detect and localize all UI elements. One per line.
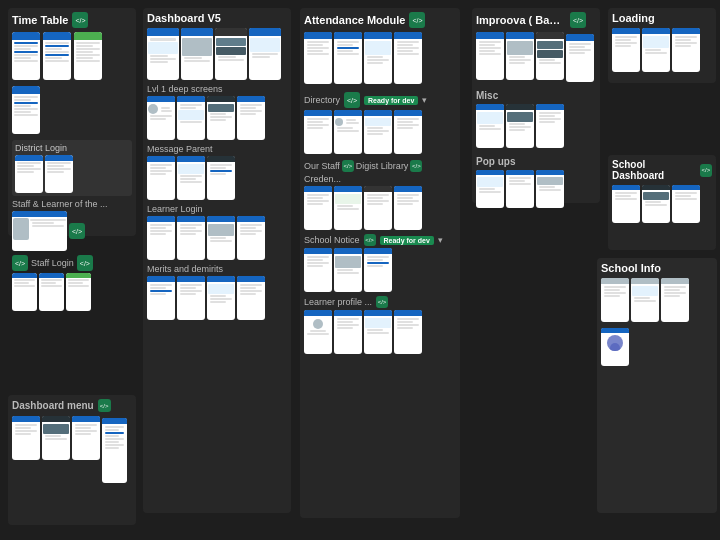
- dashv5-screen-2: [181, 28, 213, 80]
- loading-screen-3: [672, 28, 700, 72]
- lvl1-screen-1: [147, 96, 175, 140]
- timetable-screen-4: [12, 86, 40, 134]
- school-notice-label: School Notice: [304, 235, 360, 245]
- loading-group: Loading: [608, 8, 716, 83]
- dashboard-v5-label: Dashboard V5: [147, 12, 221, 24]
- attendance-code-badge: </>: [409, 12, 425, 28]
- learner-screen-2: [177, 216, 205, 260]
- attendance-screen-2: [334, 32, 362, 84]
- merits-label: Merits and demirits: [147, 264, 287, 274]
- school-dash-screen-2: [642, 185, 670, 223]
- school-dash-screen-3: [672, 185, 700, 223]
- staff-learner-code-badge: </>: [69, 223, 85, 239]
- school-info-screen-4: [601, 328, 629, 366]
- dashboard-menu-label: Dashboard menu: [12, 400, 94, 411]
- misc-screen-3: [536, 104, 564, 148]
- loading-screen-2: [642, 28, 670, 72]
- school-dashboard-label: School Dashboard: [612, 159, 696, 181]
- notice-screen-2: [334, 248, 362, 292]
- improova-code-badge: </>: [570, 12, 586, 28]
- staff-screen-a: [304, 186, 332, 230]
- staff-learner-screen: [12, 211, 67, 251]
- improova-group: Improova ( Bassam ... </>: [472, 8, 600, 203]
- staff-login-screen-2: [39, 273, 64, 311]
- staff-login-code-badge-left: </>: [12, 255, 28, 271]
- dir-screen-3: [364, 110, 392, 154]
- improova-screen-3: [536, 32, 564, 80]
- creden-label: Creden...: [304, 174, 341, 184]
- staff-screen-b: [334, 186, 362, 230]
- lvl1-label: Lvl 1 deep screens: [147, 84, 287, 94]
- learner-profile-code-badge: </>: [376, 296, 388, 308]
- dashv5-screen-3: [215, 28, 247, 80]
- misc-label: Misc: [476, 90, 596, 101]
- popup-screen-1: [476, 170, 504, 208]
- lvl1-screen-2: [177, 96, 205, 140]
- dashv5-screen-1: [147, 28, 179, 80]
- attendance-screen-3: [364, 32, 392, 84]
- merits-screen-4: [237, 276, 265, 320]
- directory-label: Directory: [304, 95, 340, 105]
- dashboard-v5-group: Dashboard V5: [143, 8, 291, 513]
- msg-screen-2: [177, 156, 205, 200]
- timetable-label: Time Table: [12, 14, 68, 26]
- dashboard-menu-group: Dashboard menu </>: [8, 395, 136, 525]
- directory-dropdown-arrow[interactable]: ▾: [422, 95, 427, 105]
- dashboard-menu-code-badge: </>: [98, 399, 111, 412]
- msg-screen-1: [147, 156, 175, 200]
- dashv5-screen-4: [249, 28, 281, 80]
- misc-screen-2: [506, 104, 534, 148]
- school-dashboard-code-badge: </>: [700, 164, 712, 177]
- improova-label: Improova ( Bassam ...: [476, 14, 566, 26]
- notice-screen-1: [304, 248, 332, 292]
- popup-screen-3: [536, 170, 564, 208]
- staff-login-screen-1: [12, 273, 37, 311]
- staff-login-sublabel: Staff Login: [31, 258, 74, 268]
- dir-screen-1: [304, 110, 332, 154]
- dir-screen-2: [334, 110, 362, 154]
- attendance-screen-1: [304, 32, 332, 84]
- school-info-group: School Info: [597, 258, 717, 513]
- attendance-group: Attendance Module </>: [300, 8, 460, 518]
- school-notice-dropdown-arrow[interactable]: ▾: [438, 235, 443, 245]
- popup-screen-2: [506, 170, 534, 208]
- loading-screen-1: [612, 28, 640, 72]
- digital-library-label: Digist Library: [356, 161, 409, 171]
- learner-screen-4: [237, 216, 265, 260]
- learner-screen-1: [147, 216, 175, 260]
- merits-screen-1: [147, 276, 175, 320]
- popups-label: Pop ups: [476, 156, 596, 167]
- improova-screen-2: [506, 32, 534, 80]
- directory-code-badge: </>: [344, 92, 360, 108]
- staff-screen-d: [394, 186, 422, 230]
- lp-screen-4: [394, 310, 422, 354]
- lp-screen-2: [334, 310, 362, 354]
- learner-screen-3: [207, 216, 235, 260]
- message-parent-label: Message Parent: [147, 144, 287, 154]
- school-notice-ready-badge: Ready for dev: [380, 236, 434, 245]
- improova-screen-4: [566, 34, 594, 82]
- timetable-group: Time Table </>: [8, 8, 136, 236]
- district-login-label: District Login: [15, 143, 129, 153]
- learner-login-label: Learner Login: [147, 204, 287, 214]
- digital-library-code-badge: </>: [410, 160, 422, 172]
- merits-screen-2: [177, 276, 205, 320]
- school-info-screen-3: [661, 278, 689, 322]
- school-info-label: School Info: [601, 262, 661, 274]
- lvl1-screen-4: [237, 96, 265, 140]
- staff-login-code-badge-right: </>: [77, 255, 93, 271]
- dm-screen-3: [72, 416, 100, 460]
- our-staff-code-badge: </>: [342, 160, 354, 172]
- improova-screen-1: [476, 32, 504, 80]
- merits-screen-3: [207, 276, 235, 320]
- notice-screen-3: [364, 248, 392, 292]
- attendance-screen-4: [394, 32, 422, 84]
- attendance-label: Attendance Module: [304, 14, 405, 26]
- district-screen-2: [45, 155, 73, 193]
- staff-screen-c: [364, 186, 392, 230]
- lvl1-screen-3: [207, 96, 235, 140]
- timetable-screen-2: [43, 32, 71, 80]
- lp-screen-1: [304, 310, 332, 354]
- loading-label: Loading: [612, 12, 655, 24]
- dm-screen-tall: [102, 418, 127, 483]
